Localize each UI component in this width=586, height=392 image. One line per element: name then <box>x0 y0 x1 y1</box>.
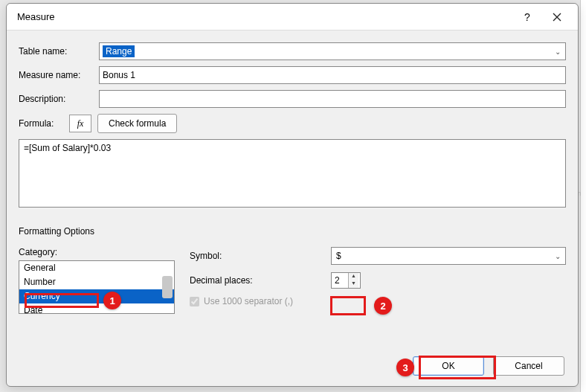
chevron-down-icon: ⌄ <box>555 48 561 56</box>
measure-name-label: Measure name: <box>19 70 99 80</box>
description-row: Description: <box>19 90 566 108</box>
formula-textarea[interactable]: =[Sum of Salary]*0.03 <box>19 139 566 208</box>
description-label: Description: <box>19 94 99 104</box>
formula-label: Formula: <box>19 118 63 129</box>
dialog-button-row: OK Cancel <box>413 356 564 376</box>
list-item[interactable]: Currency <box>19 289 174 303</box>
close-button[interactable] <box>542 5 572 29</box>
formatting-grid: Category: General Number Currency Date S… <box>19 247 566 314</box>
list-item[interactable]: General <box>19 261 174 275</box>
symbol-value: $ <box>336 251 341 261</box>
chevron-down-icon: ⌄ <box>555 252 561 260</box>
list-item[interactable]: Number <box>19 275 174 289</box>
decimal-places-spinbox[interactable]: ▲ ▼ <box>331 272 361 289</box>
list-item[interactable]: Date <box>19 303 174 314</box>
symbol-select[interactable]: $ ⌄ <box>331 247 566 265</box>
spin-buttons[interactable]: ▲ ▼ <box>348 273 358 288</box>
measure-dialog: Measure ? Table name: Range ⌄ Measure na… <box>6 3 579 387</box>
dialog-title: Measure <box>17 11 512 22</box>
table-name-value: Range <box>103 45 135 57</box>
check-formula-button[interactable]: Check formula <box>97 114 177 133</box>
spin-up-icon[interactable]: ▲ <box>348 273 358 280</box>
formatting-options-heading: Formatting Options <box>19 226 566 237</box>
thousand-separator-label: Use 1000 separator (,) <box>204 296 293 306</box>
decimal-places-label: Decimal places: <box>190 275 331 286</box>
symbol-label: Symbol: <box>190 251 331 261</box>
help-button[interactable]: ? <box>512 5 542 29</box>
table-name-row: Table name: Range ⌄ <box>19 42 566 60</box>
decimal-row: Decimal places: ▲ ▼ <box>190 272 566 289</box>
ok-button[interactable]: OK <box>413 356 484 376</box>
table-name-select[interactable]: Range ⌄ <box>99 42 566 60</box>
dialog-content: Table name: Range ⌄ Measure name: Descri… <box>7 30 578 321</box>
thousand-separator-checkbox <box>190 297 199 306</box>
category-label: Category: <box>19 247 175 257</box>
callout-marker: 1 <box>103 292 121 309</box>
description-input[interactable] <box>99 90 566 108</box>
category-column: Category: General Number Currency Date <box>19 247 175 314</box>
formula-row: Formula: fx Check formula <box>19 114 566 133</box>
measure-name-row: Measure name: <box>19 66 566 84</box>
callout-marker: 2 <box>374 297 392 315</box>
decimal-places-input[interactable] <box>332 275 348 286</box>
titlebar: Measure ? <box>7 4 578 30</box>
symbol-row: Symbol: $ ⌄ <box>190 247 566 265</box>
measure-name-input[interactable] <box>99 66 566 84</box>
callout-marker: 3 <box>396 359 414 376</box>
spin-down-icon[interactable]: ▼ <box>348 280 358 288</box>
fx-button[interactable]: fx <box>69 115 91 132</box>
cancel-button[interactable]: Cancel <box>493 356 564 376</box>
scrollbar-thumb[interactable] <box>162 276 173 298</box>
table-name-label: Table name: <box>19 46 99 57</box>
close-icon <box>553 13 561 22</box>
category-listbox[interactable]: General Number Currency Date <box>19 260 175 314</box>
